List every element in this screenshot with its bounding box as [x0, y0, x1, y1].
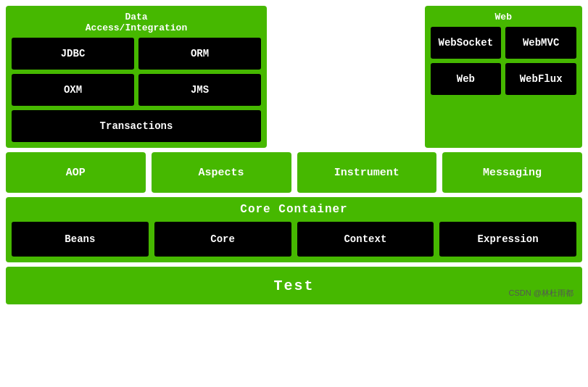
aop-label: AOP [66, 167, 86, 179]
jdbc-tile: JDBC [12, 38, 134, 70]
data-access-grid: JDBC ORM OXM JMS Transactions [12, 38, 261, 142]
main-container: DataAccess/Integration JDBC ORM OXM JMS … [0, 0, 588, 387]
core-container-section: Core Container Beans Core Context Expres… [6, 197, 582, 262]
test-label: Test [273, 278, 314, 294]
beans-tile: Beans [12, 222, 149, 257]
test-row: Test CSDN @林杜雨都 [6, 267, 582, 304]
webmvc-tile: WebMVC [505, 27, 576, 59]
middle-row: AOP Aspects Instrument Messaging [6, 152, 582, 193]
top-row: DataAccess/Integration JDBC ORM OXM JMS … [6, 6, 582, 148]
oxm-tile: OXM [12, 74, 134, 106]
instrument-box: Instrument [297, 152, 437, 193]
expression-tile: Expression [439, 222, 576, 257]
websocket-tile: WebSocket [431, 27, 502, 59]
instrument-label: Instrument [334, 167, 399, 179]
context-tile: Context [297, 222, 434, 257]
web-grid: WebSocket WebMVC Web WebFlux [431, 27, 577, 95]
web-section: Web WebSocket WebMVC Web WebFlux [425, 6, 583, 148]
jms-tile: JMS [138, 74, 261, 106]
webflux-tile: WebFlux [505, 63, 576, 95]
web-tile: Web [431, 63, 502, 95]
core-container-title: Core Container [12, 203, 576, 216]
core-tile: Core [154, 222, 291, 257]
messaging-box: Messaging [442, 152, 582, 193]
aop-box: AOP [6, 152, 146, 193]
web-title: Web [431, 12, 577, 22]
orm-tile: ORM [138, 38, 261, 70]
aspects-box: Aspects [152, 152, 291, 193]
transactions-tile: Transactions [12, 110, 261, 142]
messaging-label: Messaging [483, 167, 542, 179]
core-grid: Beans Core Context Expression [12, 222, 576, 257]
data-access-section: DataAccess/Integration JDBC ORM OXM JMS … [6, 6, 267, 148]
aspects-label: Aspects [199, 167, 244, 179]
data-access-title: DataAccess/Integration [12, 12, 261, 33]
watermark: CSDN @林杜雨都 [509, 288, 573, 299]
